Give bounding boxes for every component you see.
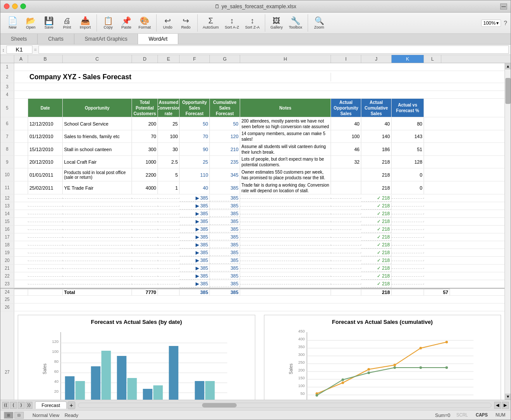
cell-J13[interactable]: ✓ 218 (361, 203, 392, 210)
cell-I17[interactable] (331, 236, 361, 238)
cell-F17[interactable]: ▶ 385 (180, 234, 210, 241)
cell-K18[interactable] (392, 244, 424, 246)
cell-A12[interactable] (14, 198, 28, 199)
cell-I21[interactable] (331, 268, 361, 269)
cell-E6[interactable]: 25 (158, 117, 180, 130)
cell-F22[interactable]: ▶ 385 (180, 273, 210, 280)
cell-F5-opp-forecast[interactable]: Opportunity Sales Forecast (180, 99, 210, 117)
cell-F13[interactable]: ▶ 385 (180, 203, 210, 210)
cell-C20[interactable] (63, 260, 132, 261)
toolbox-button[interactable]: 🔧 Toolbox (286, 16, 305, 30)
cell-E19[interactable] (158, 252, 180, 253)
cell-C22[interactable] (63, 275, 132, 277)
cell-A18[interactable] (14, 245, 28, 246)
cell-H15[interactable] (240, 221, 331, 222)
cell-K21[interactable] (392, 268, 424, 269)
cell-J19[interactable]: ✓ 218 (361, 249, 392, 256)
cell-A16[interactable] (14, 229, 28, 230)
cell-K8[interactable]: 51 (392, 143, 424, 155)
cell-B11[interactable]: 25/02/2011 (28, 181, 63, 194)
cell-B15[interactable] (28, 221, 63, 222)
cell-I5-actual-opp[interactable]: Actual Opportunity Sales (331, 99, 361, 117)
cell-K13[interactable] (392, 205, 424, 207)
col-header-L[interactable]: L (424, 55, 441, 63)
cell-I6[interactable]: 40 (331, 117, 361, 130)
new-button[interactable]: 📄 New (4, 16, 21, 30)
cell-F10[interactable]: 110 (180, 168, 210, 181)
cell-D10[interactable]: 2200 (132, 168, 158, 181)
cell-F18[interactable]: ▶ 385 (180, 242, 210, 249)
col-header-G[interactable]: G (210, 55, 240, 63)
cell-H16[interactable] (240, 229, 331, 230)
cell-C10[interactable]: Products sold in local post office (sale… (63, 168, 132, 181)
cell-A19[interactable] (14, 252, 28, 253)
cell-F11[interactable]: 40 (180, 181, 210, 194)
sheet-tab-forecast[interactable]: Forecast (35, 401, 67, 409)
zoom-button[interactable]: 🔍 Zoom (311, 16, 328, 30)
cell-J16[interactable]: ✓ 218 (361, 226, 392, 233)
cell-I20[interactable] (331, 260, 361, 261)
tab-sheets[interactable]: Sheets (0, 34, 38, 44)
cell-K17[interactable] (392, 236, 424, 238)
cell-H9[interactable]: Lots of people, but don't expect many to… (240, 156, 331, 168)
scroll-h-right[interactable]: ▶ (502, 402, 509, 409)
normal-view-button[interactable]: ⊞ (4, 412, 13, 419)
open-button[interactable]: 📂 Open (22, 16, 39, 30)
cell-G14[interactable]: 385 (210, 210, 240, 217)
cell-D5-total[interactable]: Total Potential Customers (132, 99, 158, 117)
cell-E24[interactable] (158, 289, 180, 295)
help-button[interactable]: ? (504, 19, 507, 26)
cell-K23[interactable] (392, 283, 424, 284)
cell-G21[interactable]: 385 (210, 265, 240, 271)
cell-I7[interactable]: 100 (331, 130, 361, 142)
cell-A24[interactable] (14, 289, 28, 295)
cell-C18[interactable] (63, 244, 132, 246)
cell-B23[interactable] (28, 283, 63, 284)
cell-E17[interactable] (158, 236, 180, 238)
vertical-scrollbar[interactable]: ▲ ▼ (505, 63, 511, 400)
cell-G23[interactable]: 385 (210, 281, 240, 287)
cell-F15[interactable]: ▶ 385 (180, 218, 210, 225)
cell-E16[interactable] (158, 229, 180, 230)
cell-K22[interactable] (392, 275, 424, 277)
cell-I24[interactable] (331, 289, 361, 295)
cell-G20[interactable]: 385 (210, 257, 240, 264)
cell-B22[interactable] (28, 275, 63, 277)
cell-B19[interactable] (28, 252, 63, 253)
cell-A15[interactable] (14, 221, 28, 222)
cell-D24[interactable]: 7770 (132, 289, 158, 295)
cell-D18[interactable] (132, 244, 158, 246)
cell-I14[interactable] (331, 213, 361, 214)
cell-C24-total[interactable]: Total (63, 289, 132, 295)
layout-view-button[interactable]: ⊟ (14, 412, 24, 419)
cell-B9[interactable]: 20/12/2010 (28, 156, 63, 168)
cell-E14[interactable] (158, 213, 180, 214)
col-header-J[interactable]: J (361, 55, 392, 63)
cell-J11[interactable]: 218 (361, 181, 392, 194)
cell-C15[interactable] (63, 221, 132, 222)
cell-F16[interactable]: ▶ 385 (180, 226, 210, 233)
sheet-nav-next[interactable]: ⟩ (18, 402, 25, 409)
cell-J12[interactable]: ✓ 218 (361, 195, 392, 202)
format-button[interactable]: 🎨 Format (136, 16, 154, 30)
sheet-nav-last[interactable]: ⟩⟩ (26, 402, 32, 409)
cell-F20[interactable]: ▶ 385 (180, 257, 210, 264)
cell-C6[interactable]: School Carol Service (63, 117, 132, 130)
spreadsheet-scroll[interactable]: 1 2 Company XYZ - Sales Forecast 3 (0, 63, 505, 400)
cell-K20[interactable] (392, 260, 424, 261)
cell-K11[interactable]: 0 (392, 181, 424, 194)
cell-G5-cumulative[interactable]: Cumulative Sales Forecast (210, 99, 240, 117)
cell-G24[interactable]: 385 (210, 289, 240, 295)
cell-E15[interactable] (158, 221, 180, 222)
cell-J8[interactable]: 186 (361, 143, 392, 155)
cell-F24[interactable]: 385 (180, 289, 210, 295)
import-button[interactable]: 📥 Import (77, 16, 94, 30)
cell-E20[interactable] (158, 260, 180, 261)
cell-C5-opportunity[interactable]: Opportunity (63, 99, 132, 117)
col-header-F[interactable]: F (180, 55, 210, 63)
cell-D23[interactable] (132, 283, 158, 284)
cell-I22[interactable] (331, 275, 361, 277)
horizontal-scrollbar[interactable] (78, 403, 492, 408)
cell-H24[interactable] (240, 289, 331, 295)
cell-J7[interactable]: 140 (361, 130, 392, 142)
